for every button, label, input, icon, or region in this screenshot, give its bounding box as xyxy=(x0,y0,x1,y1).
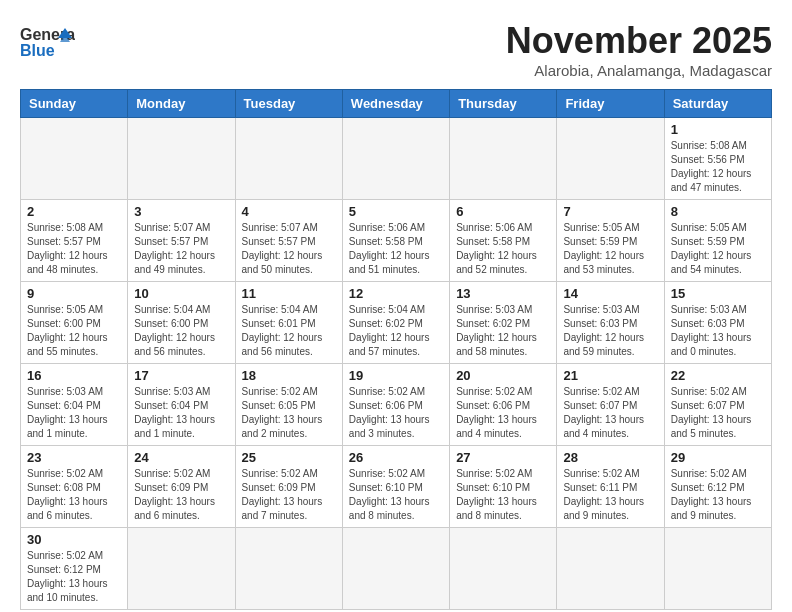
day-cell: 16Sunrise: 5:03 AM Sunset: 6:04 PM Dayli… xyxy=(21,364,128,446)
day-info: Sunrise: 5:02 AM Sunset: 6:09 PM Dayligh… xyxy=(134,467,228,523)
day-number: 25 xyxy=(242,450,336,465)
day-cell xyxy=(342,118,449,200)
day-cell: 1Sunrise: 5:08 AM Sunset: 5:56 PM Daylig… xyxy=(664,118,771,200)
day-cell: 5Sunrise: 5:06 AM Sunset: 5:58 PM Daylig… xyxy=(342,200,449,282)
svg-text:Blue: Blue xyxy=(20,42,55,59)
day-number: 1 xyxy=(671,122,765,137)
day-info: Sunrise: 5:07 AM Sunset: 5:57 PM Dayligh… xyxy=(134,221,228,277)
day-info: Sunrise: 5:06 AM Sunset: 5:58 PM Dayligh… xyxy=(349,221,443,277)
day-number: 3 xyxy=(134,204,228,219)
day-cell: 14Sunrise: 5:03 AM Sunset: 6:03 PM Dayli… xyxy=(557,282,664,364)
day-info: Sunrise: 5:02 AM Sunset: 6:09 PM Dayligh… xyxy=(242,467,336,523)
day-cell: 24Sunrise: 5:02 AM Sunset: 6:09 PM Dayli… xyxy=(128,446,235,528)
day-cell: 11Sunrise: 5:04 AM Sunset: 6:01 PM Dayli… xyxy=(235,282,342,364)
weekday-header-wednesday: Wednesday xyxy=(342,90,449,118)
day-number: 27 xyxy=(456,450,550,465)
day-cell xyxy=(664,528,771,610)
day-cell: 15Sunrise: 5:03 AM Sunset: 6:03 PM Dayli… xyxy=(664,282,771,364)
day-number: 6 xyxy=(456,204,550,219)
day-cell: 18Sunrise: 5:02 AM Sunset: 6:05 PM Dayli… xyxy=(235,364,342,446)
day-info: Sunrise: 5:02 AM Sunset: 6:07 PM Dayligh… xyxy=(671,385,765,441)
day-info: Sunrise: 5:05 AM Sunset: 5:59 PM Dayligh… xyxy=(563,221,657,277)
day-cell xyxy=(235,118,342,200)
day-info: Sunrise: 5:08 AM Sunset: 5:56 PM Dayligh… xyxy=(671,139,765,195)
day-cell: 21Sunrise: 5:02 AM Sunset: 6:07 PM Dayli… xyxy=(557,364,664,446)
logo-icon: General Blue xyxy=(20,20,75,65)
weekday-header-row: SundayMondayTuesdayWednesdayThursdayFrid… xyxy=(21,90,772,118)
month-title: November 2025 xyxy=(506,20,772,62)
day-cell xyxy=(342,528,449,610)
day-info: Sunrise: 5:02 AM Sunset: 6:05 PM Dayligh… xyxy=(242,385,336,441)
day-number: 9 xyxy=(27,286,121,301)
day-number: 23 xyxy=(27,450,121,465)
week-row-3: 9Sunrise: 5:05 AM Sunset: 6:00 PM Daylig… xyxy=(21,282,772,364)
day-info: Sunrise: 5:02 AM Sunset: 6:12 PM Dayligh… xyxy=(671,467,765,523)
day-info: Sunrise: 5:07 AM Sunset: 5:57 PM Dayligh… xyxy=(242,221,336,277)
day-number: 18 xyxy=(242,368,336,383)
day-number: 22 xyxy=(671,368,765,383)
day-cell xyxy=(21,118,128,200)
day-number: 21 xyxy=(563,368,657,383)
week-row-1: 1Sunrise: 5:08 AM Sunset: 5:56 PM Daylig… xyxy=(21,118,772,200)
day-cell: 12Sunrise: 5:04 AM Sunset: 6:02 PM Dayli… xyxy=(342,282,449,364)
subtitle: Alarobia, Analamanga, Madagascar xyxy=(506,62,772,79)
day-cell: 9Sunrise: 5:05 AM Sunset: 6:00 PM Daylig… xyxy=(21,282,128,364)
day-cell: 25Sunrise: 5:02 AM Sunset: 6:09 PM Dayli… xyxy=(235,446,342,528)
logo: General Blue xyxy=(20,20,75,65)
day-number: 12 xyxy=(349,286,443,301)
day-cell xyxy=(557,528,664,610)
day-cell: 27Sunrise: 5:02 AM Sunset: 6:10 PM Dayli… xyxy=(450,446,557,528)
day-cell xyxy=(450,118,557,200)
weekday-header-sunday: Sunday xyxy=(21,90,128,118)
day-number: 17 xyxy=(134,368,228,383)
day-number: 4 xyxy=(242,204,336,219)
day-cell: 17Sunrise: 5:03 AM Sunset: 6:04 PM Dayli… xyxy=(128,364,235,446)
day-cell: 3Sunrise: 5:07 AM Sunset: 5:57 PM Daylig… xyxy=(128,200,235,282)
day-info: Sunrise: 5:03 AM Sunset: 6:04 PM Dayligh… xyxy=(134,385,228,441)
day-cell: 7Sunrise: 5:05 AM Sunset: 5:59 PM Daylig… xyxy=(557,200,664,282)
day-cell: 19Sunrise: 5:02 AM Sunset: 6:06 PM Dayli… xyxy=(342,364,449,446)
day-info: Sunrise: 5:05 AM Sunset: 5:59 PM Dayligh… xyxy=(671,221,765,277)
week-row-6: 30Sunrise: 5:02 AM Sunset: 6:12 PM Dayli… xyxy=(21,528,772,610)
day-number: 10 xyxy=(134,286,228,301)
day-info: Sunrise: 5:03 AM Sunset: 6:02 PM Dayligh… xyxy=(456,303,550,359)
day-cell xyxy=(557,118,664,200)
weekday-header-saturday: Saturday xyxy=(664,90,771,118)
day-number: 19 xyxy=(349,368,443,383)
week-row-2: 2Sunrise: 5:08 AM Sunset: 5:57 PM Daylig… xyxy=(21,200,772,282)
day-cell: 29Sunrise: 5:02 AM Sunset: 6:12 PM Dayli… xyxy=(664,446,771,528)
weekday-header-tuesday: Tuesday xyxy=(235,90,342,118)
day-info: Sunrise: 5:02 AM Sunset: 6:12 PM Dayligh… xyxy=(27,549,121,605)
day-cell: 28Sunrise: 5:02 AM Sunset: 6:11 PM Dayli… xyxy=(557,446,664,528)
day-info: Sunrise: 5:03 AM Sunset: 6:04 PM Dayligh… xyxy=(27,385,121,441)
day-cell: 8Sunrise: 5:05 AM Sunset: 5:59 PM Daylig… xyxy=(664,200,771,282)
day-cell xyxy=(128,118,235,200)
day-info: Sunrise: 5:02 AM Sunset: 6:11 PM Dayligh… xyxy=(563,467,657,523)
day-info: Sunrise: 5:05 AM Sunset: 6:00 PM Dayligh… xyxy=(27,303,121,359)
day-number: 8 xyxy=(671,204,765,219)
day-info: Sunrise: 5:02 AM Sunset: 6:10 PM Dayligh… xyxy=(456,467,550,523)
day-number: 5 xyxy=(349,204,443,219)
day-cell xyxy=(235,528,342,610)
day-cell: 6Sunrise: 5:06 AM Sunset: 5:58 PM Daylig… xyxy=(450,200,557,282)
page-header: General Blue November 2025 Alarobia, Ana… xyxy=(20,20,772,79)
day-number: 24 xyxy=(134,450,228,465)
title-section: November 2025 Alarobia, Analamanga, Mada… xyxy=(506,20,772,79)
day-number: 20 xyxy=(456,368,550,383)
day-info: Sunrise: 5:03 AM Sunset: 6:03 PM Dayligh… xyxy=(563,303,657,359)
day-cell: 22Sunrise: 5:02 AM Sunset: 6:07 PM Dayli… xyxy=(664,364,771,446)
weekday-header-thursday: Thursday xyxy=(450,90,557,118)
day-info: Sunrise: 5:02 AM Sunset: 6:06 PM Dayligh… xyxy=(456,385,550,441)
day-number: 15 xyxy=(671,286,765,301)
week-row-5: 23Sunrise: 5:02 AM Sunset: 6:08 PM Dayli… xyxy=(21,446,772,528)
day-info: Sunrise: 5:02 AM Sunset: 6:10 PM Dayligh… xyxy=(349,467,443,523)
week-row-4: 16Sunrise: 5:03 AM Sunset: 6:04 PM Dayli… xyxy=(21,364,772,446)
day-cell xyxy=(450,528,557,610)
day-number: 28 xyxy=(563,450,657,465)
day-number: 2 xyxy=(27,204,121,219)
day-cell: 20Sunrise: 5:02 AM Sunset: 6:06 PM Dayli… xyxy=(450,364,557,446)
day-info: Sunrise: 5:04 AM Sunset: 6:01 PM Dayligh… xyxy=(242,303,336,359)
day-number: 7 xyxy=(563,204,657,219)
day-cell: 30Sunrise: 5:02 AM Sunset: 6:12 PM Dayli… xyxy=(21,528,128,610)
day-number: 14 xyxy=(563,286,657,301)
